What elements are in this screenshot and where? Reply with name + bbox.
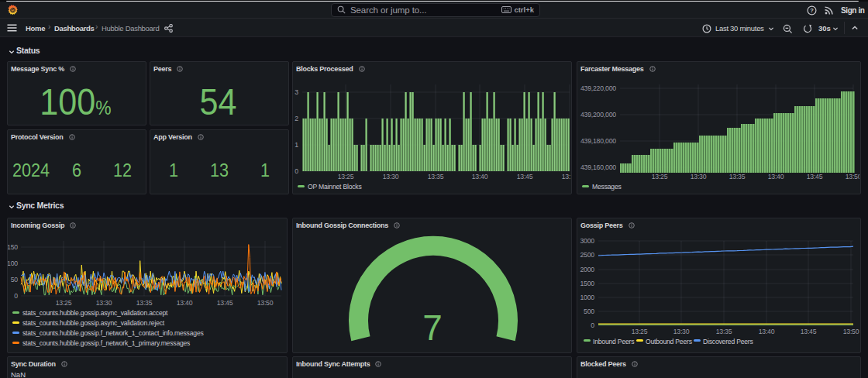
svg-text:3000: 3000 [580, 237, 594, 245]
svg-text:stats_counts.hubble.gossip.asy: stats_counts.hubble.gossip.async_validat… [22, 309, 168, 317]
svg-text:13:40: 13:40 [768, 173, 784, 180]
svg-text:13:25: 13:25 [56, 299, 72, 307]
svg-text:stats_counts.hubble.gossip.asy: stats_counts.hubble.gossip.async_validat… [22, 319, 165, 327]
svg-text:2500: 2500 [580, 251, 594, 259]
svg-text:13:50: 13:50 [257, 299, 274, 307]
svg-text:Outbound Peers: Outbound Peers [646, 338, 692, 345]
svg-text:stats_counts.hubble.gossip.f_n: stats_counts.hubble.gossip.f_network_1_p… [22, 339, 190, 347]
svg-text:0: 0 [591, 321, 594, 329]
svg-text:13:50: 13:50 [846, 173, 859, 180]
svg-text:1000: 1000 [580, 294, 594, 301]
svg-text:13:40: 13:40 [759, 328, 775, 335]
svg-text:0: 0 [294, 167, 298, 175]
svg-text:13:25: 13:25 [338, 173, 354, 180]
svg-text:500: 500 [584, 308, 594, 315]
svg-text:7: 7 [422, 308, 442, 348]
svg-text:13:40: 13:40 [177, 299, 193, 307]
svg-text:13:40: 13:40 [472, 173, 488, 180]
svg-text:13:25: 13:25 [632, 328, 648, 335]
svg-text:439,220,000: 439,220,000 [580, 84, 616, 92]
svg-text:13:35: 13:35 [729, 173, 746, 180]
svg-text:439,160,000: 439,160,000 [580, 163, 616, 171]
svg-text:Inbound Peers: Inbound Peers [593, 338, 634, 345]
svg-text:13:30: 13:30 [691, 173, 707, 180]
svg-text:13:30: 13:30 [383, 173, 399, 180]
svg-text:439,180,000: 439,180,000 [580, 137, 616, 145]
svg-text:OP Mainnet Blocks: OP Mainnet Blocks [308, 183, 362, 191]
svg-text:13:50: 13:50 [843, 328, 859, 335]
svg-text:13:35: 13:35 [428, 173, 444, 180]
svg-text:100: 100 [7, 259, 18, 267]
svg-text:13:25: 13:25 [652, 173, 668, 180]
svg-text:13:35: 13:35 [136, 299, 153, 307]
svg-text:150: 150 [7, 243, 18, 251]
svg-text:2: 2 [294, 115, 298, 122]
svg-text:50: 50 [11, 276, 19, 284]
svg-text:3: 3 [294, 88, 298, 96]
svg-text:1500: 1500 [580, 280, 594, 287]
svg-text:1: 1 [294, 141, 298, 149]
svg-text:stats_counts.hubble.gossip.f_n: stats_counts.hubble.gossip.f_network_1_c… [22, 329, 204, 337]
svg-text:13:45: 13:45 [217, 299, 233, 307]
svg-text:13:35: 13:35 [716, 328, 732, 335]
svg-text:2000: 2000 [580, 266, 594, 273]
svg-text:13:30: 13:30 [96, 299, 112, 307]
svg-text:?: ? [810, 7, 814, 14]
svg-text:13:50: 13:50 [562, 173, 570, 180]
svg-text:Messages: Messages [592, 183, 622, 191]
svg-text:13:45: 13:45 [801, 328, 817, 335]
svg-text:13:30: 13:30 [673, 328, 690, 335]
svg-text:13:45: 13:45 [807, 173, 823, 180]
svg-text:13:45: 13:45 [517, 173, 533, 180]
svg-text:Discovered Peers: Discovered Peers [703, 338, 753, 345]
svg-text:439,200,000: 439,200,000 [580, 111, 616, 119]
svg-text:0: 0 [14, 292, 18, 300]
